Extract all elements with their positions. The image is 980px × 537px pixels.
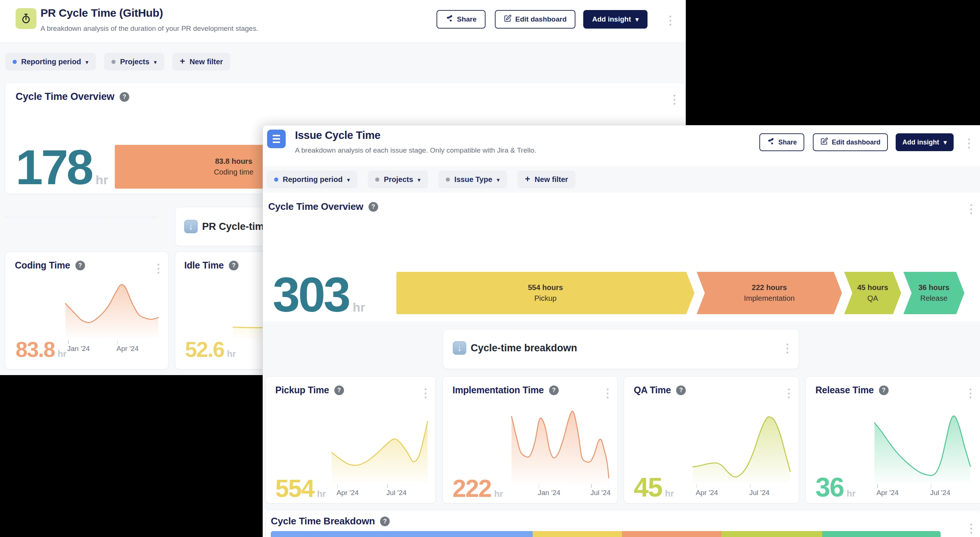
implementation-time-value: 222 hr: [452, 479, 503, 499]
axis-label: Apr '24: [877, 489, 899, 497]
axis-label: Jul '24: [749, 489, 769, 497]
issue-filter-reporting-period[interactable]: Reporting period: [267, 170, 357, 188]
filter-label: Reporting period: [283, 175, 342, 184]
share-icon: [767, 137, 775, 147]
stack-segment[interactable]: [721, 531, 822, 537]
plus-icon: [180, 57, 185, 66]
pr-total-value: 178: [16, 147, 92, 188]
pr-edit-dashboard-button[interactable]: Edit dashboard: [495, 10, 576, 29]
help-icon[interactable]: [334, 386, 344, 395]
pr-subtitle: A breakdown analysis of the duration of …: [40, 24, 258, 33]
stage-segment-pickup[interactable]: 554 hours Pickup: [396, 272, 694, 314]
edit-icon: [820, 137, 828, 147]
filter-label: Projects: [384, 175, 413, 184]
card-menu-icon[interactable]: [605, 387, 610, 400]
stage-segment-implementation[interactable]: 222 hours Implementation: [697, 272, 842, 314]
help-icon[interactable]: [676, 386, 686, 395]
axis-label: Jul '24: [590, 489, 610, 497]
issue-more-menu-icon[interactable]: [967, 137, 972, 150]
filter-label: Reporting period: [21, 57, 81, 66]
card-menu-icon[interactable]: [969, 203, 974, 216]
help-icon[interactable]: [229, 261, 239, 270]
pr-add-insight-label: Add insight: [592, 15, 631, 24]
release-time-title: Release Time: [815, 385, 874, 396]
issue-header: Issue Cycle Time A breakdown analysis of…: [263, 126, 980, 166]
qa-time-sparkline: [693, 416, 790, 481]
divider: [5, 217, 158, 217]
pr-total-unit: hr: [95, 173, 108, 187]
redacted-region-bottom-left: [0, 375, 262, 537]
release-time-sparkline: [875, 416, 970, 481]
chevron-down-icon: [497, 175, 500, 184]
qa-time-axis: Apr '24Jul '24: [693, 485, 790, 497]
pr-new-filter-button[interactable]: New filter: [172, 53, 230, 71]
help-icon[interactable]: [549, 386, 559, 395]
edit-icon: [504, 14, 512, 24]
idle-time-title: Idle Time: [184, 260, 224, 271]
pr-add-insight-button[interactable]: Add insight: [583, 10, 648, 29]
help-icon[interactable]: [380, 516, 390, 526]
issue-filter-projects[interactable]: Projects: [368, 170, 428, 188]
pr-filter-bar: Reporting period Projects New filter: [5, 53, 230, 71]
release-time-card: Release Time Apr '24Jul '24 36 hr: [805, 376, 980, 504]
implementation-time-card: Implementation Time Jan '24Jul '24 222 h…: [442, 376, 618, 504]
issue-total-cycle-time: 303 hr: [273, 274, 365, 316]
filter-dot: [446, 178, 450, 182]
axis-label: Apr '24: [696, 489, 718, 497]
chevron-down-icon: [635, 15, 639, 24]
help-icon[interactable]: [879, 386, 889, 395]
issue-share-button[interactable]: Share: [759, 133, 804, 151]
stage-segment-qa[interactable]: 45 hours QA: [844, 272, 901, 314]
pr-edit-label: Edit dashboard: [515, 15, 566, 24]
issue-new-filter-button[interactable]: New filter: [517, 170, 576, 188]
filter-label: Projects: [120, 57, 150, 66]
issue-edit-dashboard-button[interactable]: Edit dashboard: [813, 133, 888, 151]
help-icon[interactable]: [75, 261, 85, 270]
filter-dot: [274, 178, 278, 182]
card-menu-icon[interactable]: [423, 387, 428, 400]
filter-dot: [111, 60, 116, 64]
pr-header: PR Cycle Time (GitHub) A breakdown analy…: [0, 0, 687, 43]
card-menu-icon[interactable]: [672, 93, 677, 106]
idle-time-value: 52.6 hr: [185, 341, 236, 359]
stage-segment-release[interactable]: 36 hours Release: [904, 272, 964, 314]
card-menu-icon[interactable]: [785, 342, 790, 355]
issue-share-label: Share: [778, 138, 797, 146]
pr-title: PR Cycle Time (GitHub): [40, 7, 163, 19]
help-icon[interactable]: [369, 202, 378, 212]
segment-hours: 83.8 hours: [215, 157, 252, 166]
axis-label: Apr '24: [117, 345, 139, 353]
axis-label: Jul '24: [930, 489, 950, 497]
chevron-down-icon: [418, 175, 420, 184]
release-time-value: 36 hr: [815, 477, 856, 499]
axis-label: Jan '24: [67, 345, 90, 353]
issue-add-insight-button[interactable]: Add insight: [896, 133, 954, 151]
implementation-time-sparkline: [512, 409, 609, 482]
stack-segment[interactable]: [533, 531, 622, 537]
down-arrow-emoji-icon: [184, 220, 197, 233]
card-menu-icon[interactable]: [969, 522, 974, 535]
card-menu-icon[interactable]: [968, 387, 973, 400]
issue-filter-bar: Reporting period Projects Issue Type New…: [267, 170, 576, 188]
stack-segment[interactable]: [622, 531, 722, 537]
pr-filter-reporting-period[interactable]: Reporting period: [5, 53, 96, 71]
filter-label: Issue Type: [454, 175, 492, 184]
issue-overview-title: Cycle Time Overview: [268, 201, 363, 213]
filter-dot: [375, 178, 379, 182]
pr-filter-projects[interactable]: Projects: [104, 53, 164, 71]
pr-share-label: Share: [457, 15, 477, 24]
stack-segment[interactable]: [271, 531, 533, 537]
card-menu-icon[interactable]: [156, 262, 161, 275]
issue-edit-label: Edit dashboard: [832, 138, 880, 146]
help-icon[interactable]: [119, 92, 129, 102]
card-menu-icon[interactable]: [786, 387, 791, 400]
axis-label: Apr '24: [337, 489, 359, 497]
pickup-time-axis: Apr '24Jul '24: [332, 485, 428, 497]
pr-share-button[interactable]: Share: [436, 10, 485, 29]
new-filter-label: New filter: [189, 57, 223, 66]
chevron-down-icon: [86, 57, 88, 66]
issue-filter-issue-type[interactable]: Issue Type: [438, 170, 507, 188]
down-arrow-emoji-icon: [453, 341, 466, 355]
pr-more-menu-icon[interactable]: [668, 14, 673, 27]
stack-segment[interactable]: [822, 531, 940, 537]
